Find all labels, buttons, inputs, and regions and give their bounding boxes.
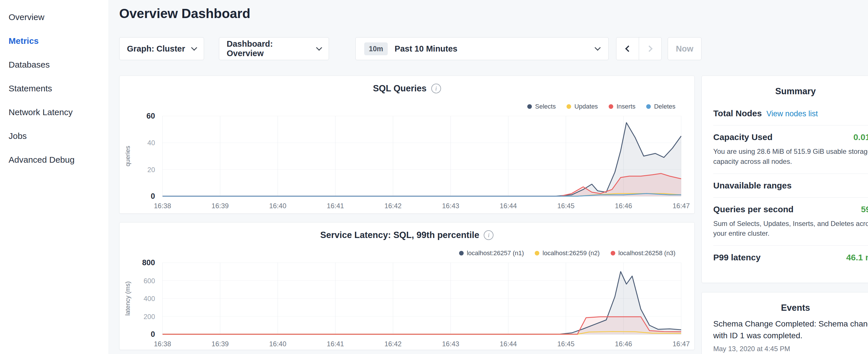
now-button[interactable]: Now [668, 37, 702, 60]
metrics-page: Overview Metrics Databases Statements Ne… [0, 0, 868, 354]
sidebar-item-label: Databases [9, 60, 50, 70]
summary-row-p99: P99 latency 46.1 ms [713, 246, 868, 269]
sidebar-item-advanced-debug[interactable]: Advanced Debug [0, 148, 108, 171]
qps-label: Queries per second [713, 204, 794, 214]
sidebar-item-label: Statements [9, 84, 52, 93]
svg-text:16:47: 16:47 [673, 202, 690, 210]
legend-label: localhost:26258 (n3) [618, 250, 676, 257]
legend-label: Updates [574, 103, 598, 110]
svg-text:16:39: 16:39 [212, 202, 229, 210]
sidebar-item-label: Advanced Debug [9, 155, 74, 165]
legend-label: Inserts [616, 103, 635, 110]
svg-text:16:47: 16:47 [673, 340, 690, 348]
svg-text:60: 60 [147, 112, 155, 120]
event-timestamp: May 13, 2020 at 4:45 PM [713, 345, 868, 353]
events-title: Events [713, 303, 868, 313]
summary-row-capacity: Capacity Used 0.01% You are using 28.6 M… [713, 125, 868, 174]
p99-latency-value: 46.1 ms [846, 253, 868, 262]
svg-text:20: 20 [147, 166, 155, 173]
svg-text:latency (ms): latency (ms) [124, 281, 131, 316]
legend-label: localhost:26257 (n1) [467, 250, 524, 257]
sidebar-nav: Overview Metrics Databases Statements Ne… [0, 0, 108, 171]
capacity-used-description: You are using 28.6 MiB of 515.9 GiB usab… [713, 147, 868, 167]
svg-text:16:44: 16:44 [500, 202, 517, 210]
legend-item-n3: localhost:26258 (n3) [611, 250, 676, 257]
svg-text:16:42: 16:42 [384, 340, 401, 348]
service-latency-panel: Service Latency: SQL, 99th percentile i … [119, 222, 694, 350]
legend-item-inserts: Inserts [609, 103, 635, 110]
legend-dot [459, 251, 464, 255]
graph-scope-dropdown[interactable]: Graph: Cluster [119, 37, 204, 60]
summary-row-unavailable-ranges: Unavailable ranges 0 [713, 174, 868, 198]
legend-dot [535, 251, 539, 255]
svg-text:800: 800 [142, 258, 155, 267]
svg-text:16:42: 16:42 [384, 202, 401, 210]
chart-legend: Selects Updates Inserts Deletes [527, 103, 676, 110]
legend-dot [527, 104, 532, 109]
qps-description: Sum of Selects, Updates, Inserts, and De… [713, 219, 868, 239]
chevron-left-icon [625, 45, 632, 52]
legend-item-n2: localhost:26259 (n2) [535, 250, 599, 257]
next-range-button[interactable] [639, 37, 662, 60]
svg-text:16:38: 16:38 [154, 340, 171, 348]
svg-text:queries: queries [124, 146, 131, 166]
svg-text:600: 600 [144, 277, 155, 285]
dashboard-dropdown[interactable]: Dashboard: Overview [219, 37, 329, 60]
unavailable-ranges-label: Unavailable ranges [713, 181, 792, 190]
summary-row-total-nodes: Total Nodes View nodes list 3 [713, 102, 868, 125]
chart-title: SQL Queries [373, 83, 426, 94]
legend-dot [609, 104, 613, 109]
sql-queries-panel: SQL Queries i Selects Updates Inserts De… [119, 75, 694, 214]
page-title: Overview Dashboard [119, 6, 250, 21]
svg-text:0: 0 [151, 192, 155, 200]
prev-range-button[interactable] [616, 37, 639, 60]
info-icon[interactable]: i [484, 230, 493, 240]
sidebar-item-label: Network Latency [9, 107, 72, 117]
svg-text:16:38: 16:38 [154, 202, 171, 210]
capacity-used-label: Capacity Used [713, 132, 773, 142]
summary-row-qps: Queries per second 59.7 Sum of Selects, … [713, 198, 868, 246]
svg-text:200: 200 [144, 313, 155, 321]
total-nodes-label: Total Nodes [713, 108, 762, 118]
sidebar-item-jobs[interactable]: Jobs [0, 124, 108, 148]
service-latency-chart[interactable]: 020040060080016:3816:3916:4016:4116:4216… [120, 257, 694, 350]
sidebar-item-label: Overview [9, 12, 44, 22]
svg-text:16:46: 16:46 [615, 340, 632, 348]
sidebar-item-network-latency[interactable]: Network Latency [0, 100, 108, 124]
svg-text:16:41: 16:41 [327, 340, 344, 348]
legend-item-selects: Selects [527, 103, 556, 110]
event-item: Schema Change Completed: Schema change w… [713, 318, 868, 353]
sidebar-item-databases[interactable]: Databases [0, 53, 108, 76]
legend-dot [566, 104, 571, 109]
svg-text:16:45: 16:45 [557, 202, 575, 210]
svg-text:16:40: 16:40 [269, 202, 286, 210]
chevron-down-icon [316, 44, 322, 51]
svg-text:16:41: 16:41 [327, 202, 344, 210]
legend-item-updates: Updates [566, 103, 598, 110]
legend-item-deletes: Deletes [646, 103, 676, 110]
sql-queries-chart[interactable]: 020406016:3816:3916:4016:4116:4216:4316:… [120, 110, 694, 212]
svg-text:0: 0 [151, 330, 155, 339]
sidebar-item-metrics[interactable]: Metrics [0, 29, 108, 53]
time-range-badge: 10m [364, 42, 388, 55]
legend-item-n1: localhost:26257 (n1) [459, 250, 524, 257]
events-panel: Events Schema Change Completed: Schema c… [702, 292, 868, 354]
time-range-label: Past 10 Minutes [395, 44, 457, 54]
svg-text:16:43: 16:43 [442, 202, 459, 210]
svg-text:16:45: 16:45 [557, 340, 575, 348]
chevron-right-icon [646, 45, 653, 52]
sidebar-item-statements[interactable]: Statements [0, 76, 108, 100]
info-icon[interactable]: i [431, 84, 441, 93]
svg-text:16:44: 16:44 [500, 340, 517, 348]
sidebar-item-label: Jobs [9, 131, 27, 141]
summary-panel: Summary Total Nodes View nodes list 3 Ca… [702, 75, 868, 283]
qps-value: 59.7 [861, 204, 868, 214]
time-range-selector[interactable]: 10m Past 10 Minutes [355, 37, 609, 60]
summary-title: Summary [713, 86, 868, 97]
p99-latency-label: P99 latency [713, 253, 761, 262]
sidebar-item-overview[interactable]: Overview [0, 5, 108, 29]
dashboard-label: Dashboard: Overview [227, 39, 311, 58]
chevron-down-icon [595, 44, 601, 51]
legend-label: Deletes [654, 103, 676, 110]
view-nodes-list-link[interactable]: View nodes list [766, 109, 818, 118]
